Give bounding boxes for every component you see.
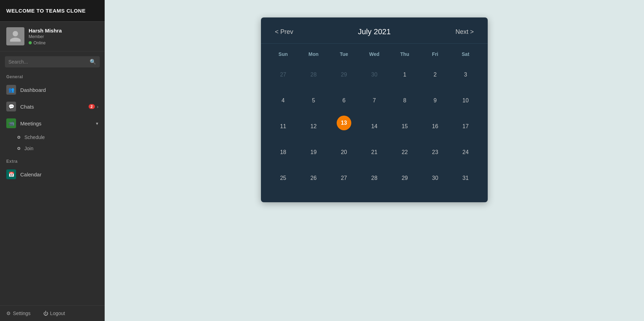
calendar-cell-11[interactable]: 11 bbox=[268, 114, 298, 139]
chats-icon: 💬 bbox=[6, 102, 16, 111]
calendar-header: < Prev July 2021 Next > bbox=[261, 17, 488, 44]
logout-label: Logout bbox=[50, 311, 65, 316]
calendar-cell-24[interactable]: 24 bbox=[450, 140, 481, 165]
general-section-label: General bbox=[0, 70, 105, 81]
calendar-cell-5[interactable]: 5 bbox=[298, 88, 329, 113]
calendar-cell-17[interactable]: 17 bbox=[450, 114, 481, 139]
extra-section-label: Extra bbox=[0, 154, 105, 166]
join-dot-icon bbox=[17, 147, 20, 150]
calendar-cell-30[interactable]: 30 bbox=[420, 166, 450, 190]
calendar-cell-9[interactable]: 9 bbox=[420, 88, 450, 113]
sidebar-item-dashboard[interactable]: 👥 Dashboard bbox=[0, 81, 105, 98]
sidebar: WELCOME TO TEAMS CLONE Harsh Mishra Memb… bbox=[0, 0, 105, 321]
calendar-cell-30-other[interactable]: 30 bbox=[359, 63, 389, 87]
sidebar-item-chats[interactable]: 💬 Chats 2 › bbox=[0, 98, 105, 115]
calendar-cell-31[interactable]: 31 bbox=[450, 166, 481, 190]
prev-button[interactable]: < Prev bbox=[275, 28, 293, 36]
calendar-cell-6[interactable]: 6 bbox=[329, 88, 359, 113]
dashboard-label: Dashboard bbox=[20, 87, 98, 93]
calendar-week-2: 11121314151617 bbox=[268, 114, 481, 139]
schedule-dot-icon bbox=[17, 136, 20, 139]
calendar-cell-28-other[interactable]: 28 bbox=[298, 63, 329, 87]
chats-chevron-icon: › bbox=[97, 104, 98, 109]
main-content: < Prev July 2021 Next > SunMonTueWedThuF… bbox=[105, 0, 644, 321]
calendar-day-name-sun: Sun bbox=[268, 47, 298, 60]
user-role: Member bbox=[29, 34, 62, 39]
sidebar-item-calendar[interactable]: 📅 Calendar bbox=[0, 166, 105, 183]
sidebar-footer: ⚙ Settings ⏻ Logout bbox=[0, 305, 105, 321]
settings-icon: ⚙ bbox=[6, 311, 11, 316]
calendar-cell-26[interactable]: 26 bbox=[298, 166, 329, 190]
calendar-day-name-tue: Tue bbox=[329, 47, 359, 60]
calendar-weeks: 2728293012345678910111213141516171819202… bbox=[268, 63, 481, 190]
chats-label: Chats bbox=[20, 104, 89, 110]
calendar-cell-29-other[interactable]: 29 bbox=[329, 63, 359, 87]
user-status: Online bbox=[29, 41, 62, 45]
calendar-cell-7[interactable]: 7 bbox=[359, 88, 389, 113]
calendar-week-3: 18192021222324 bbox=[268, 140, 481, 165]
calendar-grid: SunMonTueWedThuFriSat 272829301234567891… bbox=[261, 44, 488, 195]
sidebar-item-schedule[interactable]: Schedule bbox=[0, 132, 105, 143]
calendar-cell-18[interactable]: 18 bbox=[268, 140, 298, 165]
search-icon[interactable]: 🔍 bbox=[90, 59, 96, 65]
sidebar-item-join[interactable]: Join bbox=[0, 143, 105, 154]
meetings-label: Meetings bbox=[20, 121, 96, 126]
calendar-month-year: July 2021 bbox=[358, 27, 391, 36]
calendar-cell-27[interactable]: 27 bbox=[329, 166, 359, 190]
user-info: Harsh Mishra Member Online bbox=[29, 28, 62, 45]
calendar-cell-14[interactable]: 14 bbox=[359, 114, 389, 139]
calendar-cell-16[interactable]: 16 bbox=[420, 114, 450, 139]
calendar: < Prev July 2021 Next > SunMonTueWedThuF… bbox=[261, 17, 488, 202]
avatar bbox=[6, 27, 24, 45]
calendar-icon: 📅 bbox=[6, 169, 16, 179]
app-title: WELCOME TO TEAMS CLONE bbox=[0, 0, 105, 22]
status-dot bbox=[29, 41, 32, 44]
logout-button[interactable]: ⏻ Logout bbox=[43, 311, 67, 316]
calendar-cell-15[interactable]: 15 bbox=[390, 114, 420, 139]
settings-label: Settings bbox=[13, 311, 31, 316]
calendar-cell-2[interactable]: 2 bbox=[420, 63, 450, 87]
next-button[interactable]: Next > bbox=[455, 28, 474, 36]
calendar-cell-28[interactable]: 28 bbox=[359, 166, 389, 190]
calendar-day-names: SunMonTueWedThuFriSat bbox=[268, 47, 481, 60]
calendar-cell-23[interactable]: 23 bbox=[420, 140, 450, 165]
settings-button[interactable]: ⚙ Settings bbox=[6, 311, 33, 316]
calendar-cell-29[interactable]: 29 bbox=[390, 166, 420, 190]
calendar-cell-25[interactable]: 25 bbox=[268, 166, 298, 190]
calendar-cell-8[interactable]: 8 bbox=[390, 88, 420, 113]
calendar-cell-1[interactable]: 1 bbox=[390, 63, 420, 87]
calendar-cell-13[interactable]: 13 bbox=[337, 116, 351, 130]
status-label: Online bbox=[33, 41, 46, 45]
join-label: Join bbox=[24, 146, 33, 151]
calendar-day-name-sat: Sat bbox=[450, 47, 481, 60]
calendar-cell-27-other[interactable]: 27 bbox=[268, 63, 298, 87]
calendar-day-name-mon: Mon bbox=[298, 47, 329, 60]
calendar-cell-19[interactable]: 19 bbox=[298, 140, 329, 165]
calendar-cell-4[interactable]: 4 bbox=[268, 88, 298, 113]
chats-badge: 2 bbox=[89, 104, 95, 109]
logout-icon: ⏻ bbox=[43, 311, 48, 316]
calendar-day-name-thu: Thu bbox=[390, 47, 420, 60]
calendar-label: Calendar bbox=[20, 172, 98, 177]
calendar-cell-10[interactable]: 10 bbox=[450, 88, 481, 113]
calendar-week-4: 25262728293031 bbox=[268, 166, 481, 190]
user-profile: Harsh Mishra Member Online bbox=[0, 22, 105, 51]
dashboard-icon: 👥 bbox=[6, 85, 16, 95]
calendar-cell-22[interactable]: 22 bbox=[390, 140, 420, 165]
calendar-cell-20[interactable]: 20 bbox=[329, 140, 359, 165]
calendar-cell-12[interactable]: 12 bbox=[298, 114, 329, 139]
calendar-day-name-fri: Fri bbox=[420, 47, 450, 60]
schedule-label: Schedule bbox=[24, 134, 45, 140]
calendar-week-0: 27282930123 bbox=[268, 63, 481, 87]
calendar-cell-3[interactable]: 3 bbox=[450, 63, 481, 87]
meetings-icon: 📹 bbox=[6, 118, 16, 128]
user-name: Harsh Mishra bbox=[29, 28, 62, 34]
sidebar-item-meetings[interactable]: 📹 Meetings ▾ bbox=[0, 115, 105, 132]
search-bar[interactable]: 🔍 bbox=[5, 56, 100, 67]
calendar-week-1: 45678910 bbox=[268, 88, 481, 113]
calendar-day-name-wed: Wed bbox=[359, 47, 389, 60]
calendar-cell-21[interactable]: 21 bbox=[359, 140, 389, 165]
meetings-chevron-icon: ▾ bbox=[96, 121, 98, 126]
search-input[interactable] bbox=[8, 59, 90, 65]
